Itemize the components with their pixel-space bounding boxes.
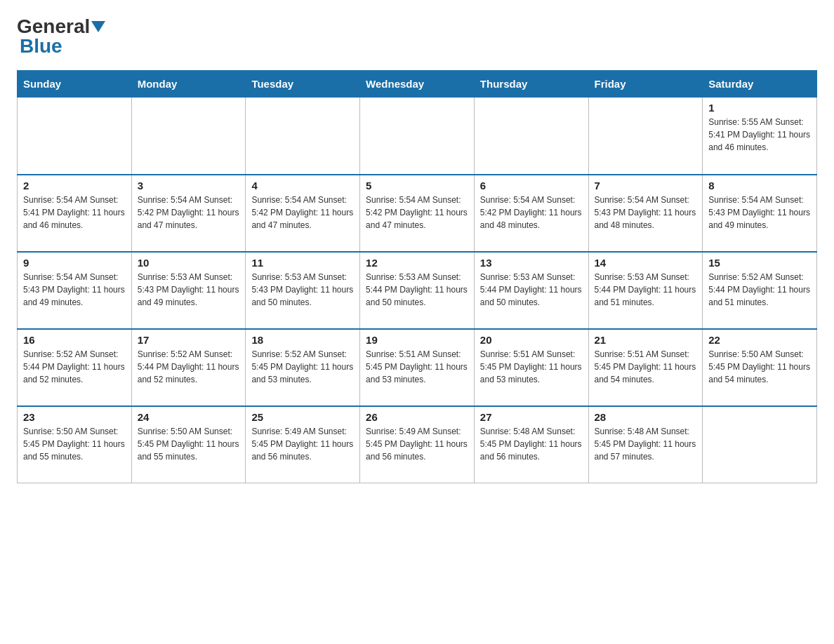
- day-info: Sunrise: 5:54 AM Sunset: 5:43 PM Dayligh…: [23, 271, 126, 309]
- day-number: 19: [366, 334, 468, 346]
- calendar-cell: 20Sunrise: 5:51 AM Sunset: 5:45 PM Dayli…: [474, 329, 588, 406]
- week-row-2: 2Sunrise: 5:54 AM Sunset: 5:41 PM Daylig…: [18, 175, 817, 252]
- calendar-cell: 5Sunrise: 5:54 AM Sunset: 5:42 PM Daylig…: [360, 175, 475, 252]
- calendar-cell: [18, 98, 132, 175]
- day-info: Sunrise: 5:53 AM Sunset: 5:44 PM Dayligh…: [480, 271, 583, 309]
- header-monday: Monday: [131, 71, 246, 98]
- day-number: 1: [708, 102, 811, 114]
- calendar-cell: 23Sunrise: 5:50 AM Sunset: 5:45 PM Dayli…: [18, 406, 132, 483]
- day-number: 4: [251, 180, 354, 192]
- day-info: Sunrise: 5:49 AM Sunset: 5:45 PM Dayligh…: [366, 425, 468, 463]
- day-info: Sunrise: 5:53 AM Sunset: 5:43 PM Dayligh…: [138, 271, 240, 309]
- calendar-cell: [131, 98, 246, 175]
- day-info: Sunrise: 5:52 AM Sunset: 5:44 PM Dayligh…: [138, 348, 240, 386]
- calendar-cell: 26Sunrise: 5:49 AM Sunset: 5:45 PM Dayli…: [360, 406, 475, 483]
- calendar-cell: 15Sunrise: 5:52 AM Sunset: 5:44 PM Dayli…: [703, 252, 817, 329]
- day-info: Sunrise: 5:48 AM Sunset: 5:45 PM Dayligh…: [595, 425, 697, 463]
- calendar-cell: 3Sunrise: 5:54 AM Sunset: 5:42 PM Daylig…: [131, 175, 246, 252]
- day-number: 3: [138, 180, 240, 192]
- calendar-cell: 22Sunrise: 5:50 AM Sunset: 5:45 PM Dayli…: [703, 329, 817, 406]
- week-row-5: 23Sunrise: 5:50 AM Sunset: 5:45 PM Dayli…: [18, 406, 817, 483]
- day-info: Sunrise: 5:55 AM Sunset: 5:41 PM Dayligh…: [708, 116, 811, 154]
- day-info: Sunrise: 5:48 AM Sunset: 5:45 PM Dayligh…: [480, 425, 583, 463]
- day-info: Sunrise: 5:54 AM Sunset: 5:42 PM Dayligh…: [480, 194, 583, 232]
- calendar-cell: 9Sunrise: 5:54 AM Sunset: 5:43 PM Daylig…: [18, 252, 132, 329]
- header-wednesday: Wednesday: [360, 71, 475, 98]
- day-number: 8: [708, 180, 811, 192]
- day-info: Sunrise: 5:53 AM Sunset: 5:43 PM Dayligh…: [251, 271, 354, 309]
- week-row-3: 9Sunrise: 5:54 AM Sunset: 5:43 PM Daylig…: [18, 252, 817, 329]
- week-row-4: 16Sunrise: 5:52 AM Sunset: 5:44 PM Dayli…: [18, 329, 817, 406]
- day-number: 28: [595, 411, 697, 423]
- day-number: 13: [480, 257, 583, 269]
- calendar-cell: 17Sunrise: 5:52 AM Sunset: 5:44 PM Dayli…: [131, 329, 246, 406]
- day-info: Sunrise: 5:50 AM Sunset: 5:45 PM Dayligh…: [138, 425, 240, 463]
- calendar-cell: 7Sunrise: 5:54 AM Sunset: 5:43 PM Daylig…: [588, 175, 703, 252]
- day-number: 27: [480, 411, 583, 423]
- day-info: Sunrise: 5:52 AM Sunset: 5:45 PM Dayligh…: [251, 348, 354, 386]
- calendar-cell: 13Sunrise: 5:53 AM Sunset: 5:44 PM Dayli…: [474, 252, 588, 329]
- day-info: Sunrise: 5:52 AM Sunset: 5:44 PM Dayligh…: [23, 348, 126, 386]
- calendar-cell: 1Sunrise: 5:55 AM Sunset: 5:41 PM Daylig…: [703, 98, 817, 175]
- calendar-cell: 11Sunrise: 5:53 AM Sunset: 5:43 PM Dayli…: [246, 252, 360, 329]
- calendar-table: SundayMondayTuesdayWednesdayThursdayFrid…: [17, 70, 817, 483]
- logo: General Blue: [17, 17, 105, 56]
- day-info: Sunrise: 5:54 AM Sunset: 5:41 PM Dayligh…: [23, 194, 126, 232]
- day-number: 10: [138, 257, 240, 269]
- day-number: 25: [251, 411, 354, 423]
- day-info: Sunrise: 5:51 AM Sunset: 5:45 PM Dayligh…: [366, 348, 468, 386]
- day-number: 16: [23, 334, 126, 346]
- calendar-cell: 25Sunrise: 5:49 AM Sunset: 5:45 PM Dayli…: [246, 406, 360, 483]
- calendar-cell: 28Sunrise: 5:48 AM Sunset: 5:45 PM Dayli…: [588, 406, 703, 483]
- logo-triangle-icon: [91, 21, 105, 32]
- header-sunday: Sunday: [18, 71, 132, 98]
- header-saturday: Saturday: [703, 71, 817, 98]
- day-number: 9: [23, 257, 126, 269]
- calendar-cell: 27Sunrise: 5:48 AM Sunset: 5:45 PM Dayli…: [474, 406, 588, 483]
- day-info: Sunrise: 5:54 AM Sunset: 5:43 PM Dayligh…: [708, 194, 811, 232]
- calendar-cell: 12Sunrise: 5:53 AM Sunset: 5:44 PM Dayli…: [360, 252, 475, 329]
- calendar-cell: 14Sunrise: 5:53 AM Sunset: 5:44 PM Dayli…: [588, 252, 703, 329]
- day-number: 17: [138, 334, 240, 346]
- calendar-cell: 4Sunrise: 5:54 AM Sunset: 5:42 PM Daylig…: [246, 175, 360, 252]
- calendar-cell: 10Sunrise: 5:53 AM Sunset: 5:43 PM Dayli…: [131, 252, 246, 329]
- header-thursday: Thursday: [474, 71, 588, 98]
- calendar-cell: 8Sunrise: 5:54 AM Sunset: 5:43 PM Daylig…: [703, 175, 817, 252]
- day-number: 26: [366, 411, 468, 423]
- day-number: 12: [366, 257, 468, 269]
- day-info: Sunrise: 5:53 AM Sunset: 5:44 PM Dayligh…: [366, 271, 468, 309]
- day-number: 22: [708, 334, 811, 346]
- calendar-cell: 24Sunrise: 5:50 AM Sunset: 5:45 PM Dayli…: [131, 406, 246, 483]
- day-info: Sunrise: 5:54 AM Sunset: 5:42 PM Dayligh…: [366, 194, 468, 232]
- day-info: Sunrise: 5:54 AM Sunset: 5:42 PM Dayligh…: [251, 194, 354, 232]
- day-number: 2: [23, 180, 126, 192]
- calendar-cell: 16Sunrise: 5:52 AM Sunset: 5:44 PM Dayli…: [18, 329, 132, 406]
- calendar-cell: [360, 98, 475, 175]
- day-info: Sunrise: 5:50 AM Sunset: 5:45 PM Dayligh…: [708, 348, 811, 386]
- day-number: 18: [251, 334, 354, 346]
- day-info: Sunrise: 5:50 AM Sunset: 5:45 PM Dayligh…: [23, 425, 126, 463]
- day-info: Sunrise: 5:54 AM Sunset: 5:42 PM Dayligh…: [138, 194, 240, 232]
- calendar-cell: [474, 98, 588, 175]
- day-number: 11: [251, 257, 354, 269]
- week-row-1: 1Sunrise: 5:55 AM Sunset: 5:41 PM Daylig…: [18, 98, 817, 175]
- calendar-cell: [703, 406, 817, 483]
- day-number: 20: [480, 334, 583, 346]
- header-friday: Friday: [588, 71, 703, 98]
- logo-blue: Blue: [20, 36, 62, 56]
- day-number: 14: [595, 257, 697, 269]
- calendar-cell: [588, 98, 703, 175]
- calendar-header-row: SundayMondayTuesdayWednesdayThursdayFrid…: [18, 71, 817, 98]
- day-info: Sunrise: 5:53 AM Sunset: 5:44 PM Dayligh…: [595, 271, 697, 309]
- calendar-cell: [246, 98, 360, 175]
- day-info: Sunrise: 5:51 AM Sunset: 5:45 PM Dayligh…: [595, 348, 697, 386]
- day-number: 23: [23, 411, 126, 423]
- header-tuesday: Tuesday: [246, 71, 360, 98]
- calendar-cell: 6Sunrise: 5:54 AM Sunset: 5:42 PM Daylig…: [474, 175, 588, 252]
- calendar-cell: 21Sunrise: 5:51 AM Sunset: 5:45 PM Dayli…: [588, 329, 703, 406]
- logo-general: General: [17, 15, 90, 37]
- day-number: 21: [595, 334, 697, 346]
- calendar-cell: 18Sunrise: 5:52 AM Sunset: 5:45 PM Dayli…: [246, 329, 360, 406]
- calendar-cell: 2Sunrise: 5:54 AM Sunset: 5:41 PM Daylig…: [18, 175, 132, 252]
- page-header: General Blue: [17, 17, 817, 56]
